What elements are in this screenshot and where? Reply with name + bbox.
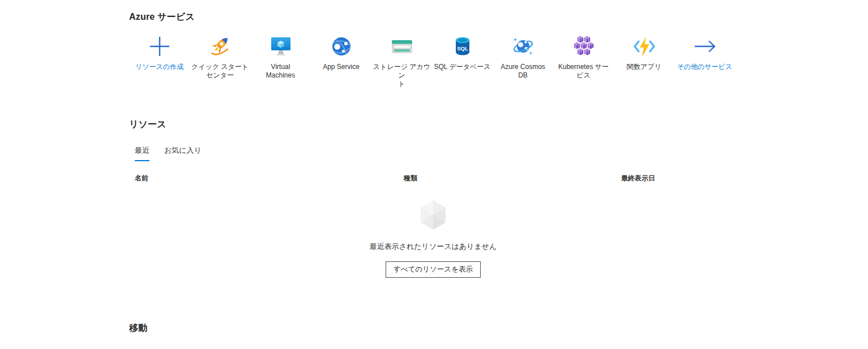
cosmos-db-icon <box>511 34 535 59</box>
storage-account-icon <box>391 34 413 59</box>
app-service-icon <box>330 34 353 59</box>
azure-services-title: Azure サービス <box>129 11 868 23</box>
service-tile-label: Azure Cosmos DB <box>501 63 545 80</box>
service-tile-label: クイック スタート センター <box>191 63 249 80</box>
service-tile-label: App Service <box>323 63 360 71</box>
rocket-icon <box>208 34 232 59</box>
resources-section: リソース 最近 お気に入り 名前 種類 最終表示日 最近表示されたリソースは <box>129 119 868 278</box>
service-tile-create-resource[interactable]: リソースの作成 <box>129 34 190 88</box>
service-tile-label: SQL データベース <box>434 63 490 71</box>
service-tile-virtual-machines[interactable]: Virtual Machines <box>250 34 311 88</box>
service-tile-label: リソースの作成 <box>135 63 183 71</box>
empty-state-message: 最近表示されたリソースはありません <box>370 242 497 252</box>
tab-recent[interactable]: 最近 <box>135 145 149 161</box>
service-tile-quickstart-center[interactable]: クイック スタート センター <box>190 34 250 88</box>
empty-cube-icon <box>417 198 449 233</box>
service-tile-label: Kubernetes サー ビス <box>558 63 609 80</box>
kubernetes-icon <box>571 34 596 59</box>
azure-home-page: Azure サービス リソースの作成 <box>0 0 868 349</box>
sql-database-icon: SQL <box>451 34 474 59</box>
navigate-title: 移動 <box>129 322 868 334</box>
tab-favorites[interactable]: お気に入り <box>164 145 202 161</box>
column-header-type: 種類 <box>404 174 621 183</box>
service-tile-azure-cosmos-db[interactable]: Azure Cosmos DB <box>493 34 553 88</box>
service-tile-more-services[interactable]: その他のサービス <box>674 34 735 88</box>
view-all-resources-button[interactable]: すべてのリソースを表示 <box>386 261 481 278</box>
service-tile-app-service[interactable]: App Service <box>311 34 371 88</box>
navigate-section: 移動 サブスクリプション <box>129 322 868 349</box>
virtual-machines-icon <box>270 34 292 59</box>
service-tile-storage-accounts[interactable]: ストレージ アカウン ト <box>371 34 432 88</box>
service-tile-label: Virtual Machines <box>266 63 295 80</box>
resources-table-header-row: 名前 種類 最終表示日 <box>135 174 868 183</box>
arrow-right-icon <box>692 34 718 59</box>
resources-title: リソース <box>129 119 868 131</box>
plus-icon <box>148 34 171 59</box>
service-tile-sql-databases[interactable]: SQL SQL データベース <box>432 34 493 88</box>
service-tile-function-app[interactable]: 関数アプリ <box>614 34 674 88</box>
resources-tabs: 最近 お気に入り <box>135 145 868 161</box>
azure-services-section: Azure サービス リソースの作成 <box>129 11 868 88</box>
service-tile-label: 関数アプリ <box>627 63 661 71</box>
function-app-icon <box>632 34 656 59</box>
service-tile-kubernetes-services[interactable]: Kubernetes サー ビス <box>553 34 614 88</box>
column-header-name: 名前 <box>135 174 404 183</box>
svg-text:SQL: SQL <box>457 45 468 51</box>
azure-services-row: リソースの作成 <box>129 34 868 88</box>
service-tile-label: その他のサービス <box>677 63 733 71</box>
resources-empty-state: 最近表示されたリソースはありません すべてのリソースを表示 <box>129 198 737 278</box>
service-tile-label: ストレージ アカウン ト <box>373 63 431 88</box>
column-header-last-viewed: 最終表示日 <box>621 174 655 183</box>
